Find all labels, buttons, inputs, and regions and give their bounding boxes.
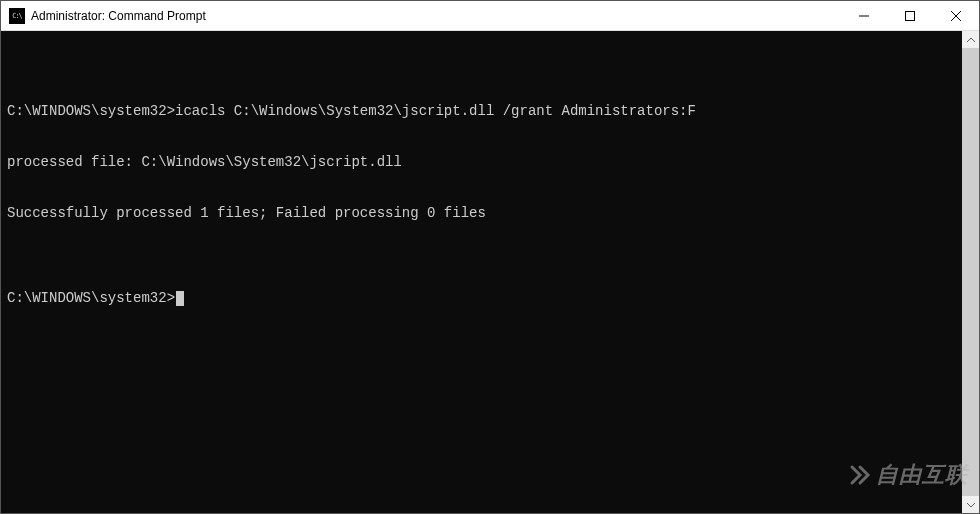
titlebar[interactable]: C:\ Administrator: Command Prompt: [1, 1, 979, 31]
command-prompt-window: C:\ Administrator: Command Prompt C:\WIN…: [0, 0, 980, 514]
window-title: Administrator: Command Prompt: [31, 9, 841, 23]
terminal-output[interactable]: C:\WINDOWS\system32>icacls C:\Windows\Sy…: [1, 31, 962, 513]
terminal-prompt-text: C:\WINDOWS\system32>: [7, 290, 175, 306]
cmd-icon-label: C:\: [12, 12, 22, 20]
minimize-button[interactable]: [841, 1, 887, 30]
cursor: [176, 291, 184, 306]
minimize-icon: [859, 11, 869, 21]
scroll-up-button[interactable]: [962, 31, 979, 48]
cmd-icon: C:\: [9, 8, 25, 24]
vertical-scrollbar[interactable]: [962, 31, 979, 513]
svg-rect-1: [906, 11, 915, 20]
scroll-down-button[interactable]: [962, 496, 979, 513]
maximize-icon: [905, 11, 915, 21]
window-controls: [841, 1, 979, 30]
scroll-thumb[interactable]: [962, 48, 979, 496]
scroll-track[interactable]: [962, 48, 979, 496]
maximize-button[interactable]: [887, 1, 933, 30]
terminal-prompt: C:\WINDOWS\system32>: [7, 290, 956, 307]
terminal-wrapper: C:\WINDOWS\system32>icacls C:\Windows\Sy…: [1, 31, 979, 513]
chevron-up-icon: [967, 37, 975, 43]
terminal-line: processed file: C:\Windows\System32\jscr…: [7, 154, 956, 171]
chevron-down-icon: [967, 502, 975, 508]
close-icon: [951, 11, 961, 21]
terminal-line: C:\WINDOWS\system32>icacls C:\Windows\Sy…: [7, 103, 956, 120]
terminal-line: Successfully processed 1 files; Failed p…: [7, 205, 956, 222]
close-button[interactable]: [933, 1, 979, 30]
